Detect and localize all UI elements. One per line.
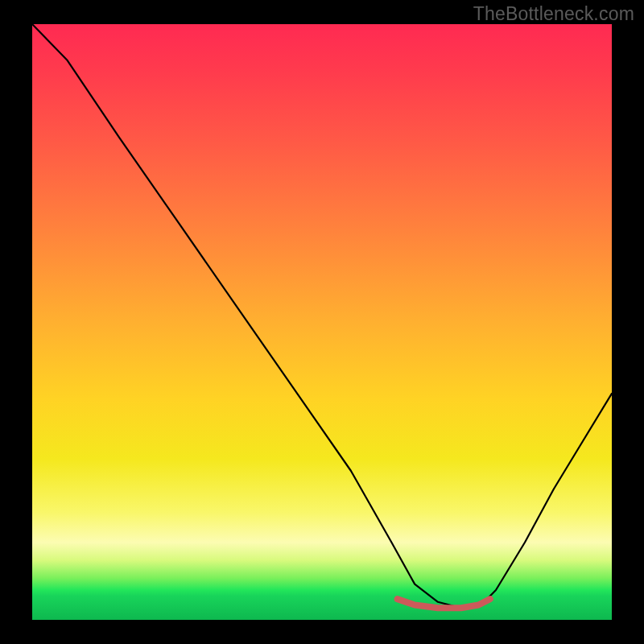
bottleneck-curve-path (32, 24, 612, 608)
curve-layer (32, 24, 612, 620)
plot-area (32, 24, 612, 620)
watermark-text: TheBottleneck.com (473, 3, 634, 25)
chart-frame: TheBottleneck.com (0, 0, 644, 644)
